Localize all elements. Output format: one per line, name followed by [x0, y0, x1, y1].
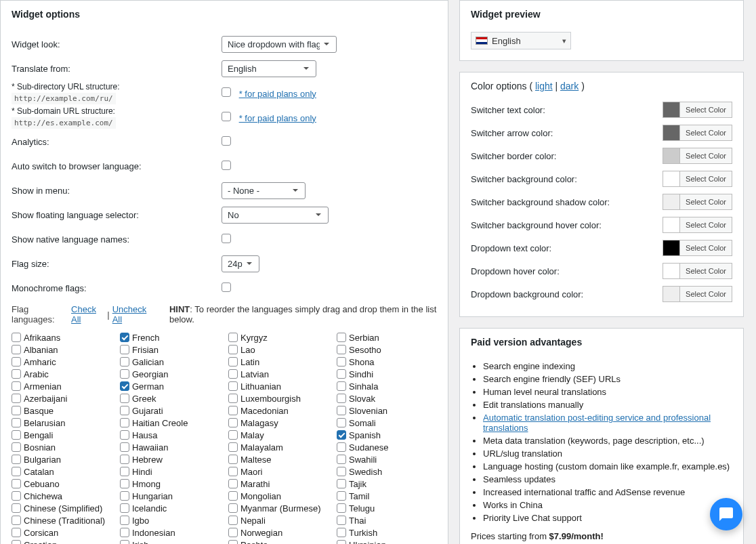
language-checkbox[interactable] [337, 406, 346, 415]
check-all-link[interactable]: Check All [71, 304, 104, 325]
light-link[interactable]: light [535, 81, 553, 91]
language-checkbox[interactable] [228, 333, 238, 342]
language-checkbox[interactable] [337, 430, 346, 440]
color-swatch[interactable] [663, 240, 680, 256]
language-checkbox[interactable] [337, 516, 346, 525]
translate-from-select[interactable]: English [222, 60, 316, 77]
language-checkbox[interactable] [228, 406, 238, 415]
language-checkbox[interactable] [337, 369, 346, 379]
language-checkbox[interactable] [12, 406, 21, 415]
language-checkbox[interactable] [228, 516, 238, 525]
language-checkbox[interactable] [120, 369, 129, 379]
language-checkbox[interactable] [337, 491, 346, 501]
language-checkbox[interactable] [120, 345, 129, 354]
language-checkbox[interactable] [120, 516, 129, 525]
language-checkbox[interactable] [12, 479, 21, 488]
flag-size-select[interactable]: 24px [222, 255, 259, 272]
preview-dropdown[interactable]: English ▾ [471, 32, 571, 49]
language-checkbox[interactable] [120, 418, 129, 427]
select-color-button[interactable]: Select Color [680, 217, 732, 233]
language-checkbox[interactable] [12, 369, 21, 379]
language-checkbox[interactable] [337, 394, 346, 403]
subdom-checkbox[interactable] [222, 112, 231, 121]
language-checkbox[interactable] [120, 430, 129, 440]
language-checkbox[interactable] [228, 418, 238, 427]
shownative-checkbox[interactable] [222, 234, 231, 243]
widget-look-select[interactable]: Nice dropdown with flags [222, 36, 337, 53]
language-checkbox[interactable] [12, 381, 21, 391]
language-checkbox[interactable] [12, 345, 21, 354]
autoswitch-checkbox[interactable] [222, 161, 231, 170]
select-color-button[interactable]: Select Color [680, 286, 732, 302]
language-checkbox[interactable] [12, 503, 21, 513]
language-checkbox[interactable] [228, 479, 238, 488]
show-float-select[interactable]: No [222, 207, 329, 224]
select-color-button[interactable]: Select Color [680, 148, 732, 164]
select-color-button[interactable]: Select Color [680, 125, 732, 141]
color-swatch[interactable] [663, 194, 680, 210]
language-checkbox[interactable] [120, 467, 129, 476]
language-checkbox[interactable] [228, 503, 238, 513]
language-checkbox[interactable] [120, 455, 129, 464]
language-checkbox[interactable] [228, 442, 238, 452]
color-swatch[interactable] [663, 286, 680, 302]
color-swatch[interactable] [663, 217, 680, 233]
language-checkbox[interactable] [120, 406, 129, 415]
color-swatch[interactable] [663, 125, 680, 141]
uncheck-all-link[interactable]: Uncheck All [112, 304, 154, 325]
language-checkbox[interactable] [12, 394, 21, 403]
language-checkbox[interactable] [228, 394, 238, 403]
language-checkbox[interactable] [12, 467, 21, 476]
language-checkbox[interactable] [12, 357, 21, 367]
language-checkbox[interactable] [120, 357, 129, 367]
analytics-checkbox[interactable] [222, 136, 231, 146]
language-checkbox[interactable] [337, 333, 346, 342]
language-checkbox[interactable] [337, 503, 346, 513]
language-checkbox[interactable] [337, 418, 346, 427]
select-color-button[interactable]: Select Color [680, 102, 732, 118]
language-checkbox[interactable] [120, 381, 129, 391]
chat-launcher[interactable] [710, 498, 742, 530]
language-checkbox[interactable] [228, 528, 238, 537]
color-swatch[interactable] [663, 263, 680, 279]
language-checkbox[interactable] [228, 467, 238, 476]
language-checkbox[interactable] [12, 442, 21, 452]
select-color-button[interactable]: Select Color [680, 171, 732, 187]
language-checkbox[interactable] [120, 479, 129, 488]
select-color-button[interactable]: Select Color [680, 194, 732, 210]
subdir-checkbox[interactable] [222, 87, 231, 97]
color-swatch[interactable] [663, 148, 680, 164]
language-checkbox[interactable] [228, 491, 238, 501]
language-checkbox[interactable] [120, 540, 129, 544]
language-checkbox[interactable] [12, 455, 21, 464]
select-color-button[interactable]: Select Color [680, 240, 732, 256]
language-checkbox[interactable] [337, 442, 346, 452]
color-swatch[interactable] [663, 171, 680, 187]
language-checkbox[interactable] [228, 540, 238, 544]
select-color-button[interactable]: Select Color [680, 263, 732, 279]
language-checkbox[interactable] [228, 357, 238, 367]
language-checkbox[interactable] [337, 528, 346, 537]
subdom-paid-link[interactable]: * for paid plans only [239, 113, 316, 123]
language-checkbox[interactable] [12, 528, 21, 537]
mono-checkbox[interactable] [222, 283, 231, 292]
language-checkbox[interactable] [120, 491, 129, 501]
dark-link[interactable]: dark [560, 81, 579, 91]
language-checkbox[interactable] [337, 540, 346, 544]
language-checkbox[interactable] [120, 503, 129, 513]
language-checkbox[interactable] [120, 333, 129, 342]
language-checkbox[interactable] [337, 479, 346, 488]
language-checkbox[interactable] [228, 430, 238, 440]
language-checkbox[interactable] [337, 357, 346, 367]
language-checkbox[interactable] [12, 418, 21, 427]
language-checkbox[interactable] [228, 345, 238, 354]
language-checkbox[interactable] [120, 528, 129, 537]
language-checkbox[interactable] [337, 381, 346, 391]
subdir-paid-link[interactable]: * for paid plans only [239, 89, 316, 99]
language-checkbox[interactable] [12, 333, 21, 342]
show-menu-select[interactable]: - None - [222, 182, 306, 199]
language-checkbox[interactable] [120, 394, 129, 403]
language-checkbox[interactable] [337, 345, 346, 354]
language-checkbox[interactable] [12, 540, 21, 544]
language-checkbox[interactable] [228, 381, 238, 391]
